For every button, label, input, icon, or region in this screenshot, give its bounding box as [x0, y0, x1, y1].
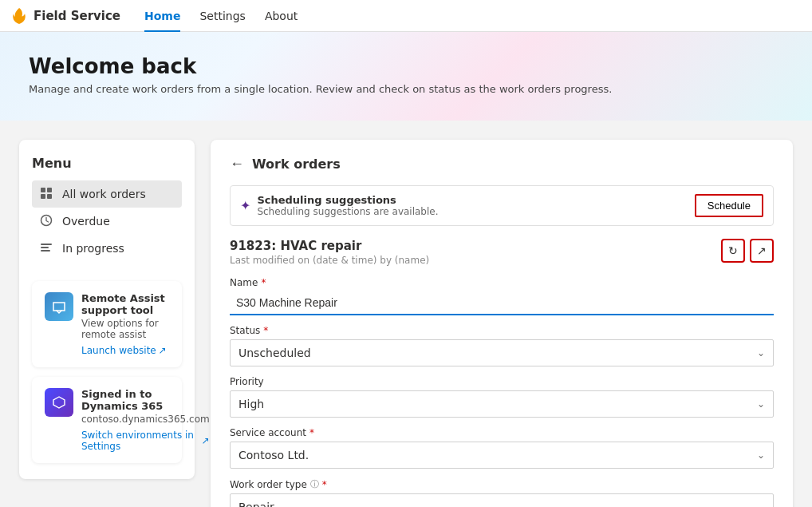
service-account-select[interactable]: Contoso Ltd. ⌄ — [230, 442, 774, 469]
nav-about[interactable]: About — [257, 0, 305, 32]
sidebar-item-overdue[interactable]: Overdue — [32, 208, 182, 235]
work-order-type-value: Repair — [238, 501, 274, 507]
name-label: Name * — [230, 277, 774, 288]
svg-rect-3 — [47, 194, 52, 199]
work-order-actions: ↻ ↗ — [721, 239, 774, 263]
work-order-type-label: Work order type ⓘ * — [230, 478, 774, 490]
remote-assist-title: Remote Assist support tool — [81, 292, 169, 316]
work-order-header: 91823: HVAC repair Last modified on (dat… — [230, 239, 774, 266]
status-label: Status * — [230, 325, 774, 336]
sidebar-item-in-progress-label: In progress — [62, 242, 124, 255]
scheduling-suggestions-bar: ✦ Scheduling suggestions Scheduling sugg… — [230, 185, 774, 226]
hero-banner: Welcome back Manage and create work orde… — [0, 32, 812, 121]
app-name: Field Service — [34, 9, 120, 23]
status-required-star: * — [263, 325, 268, 336]
nav-settings[interactable]: Settings — [191, 0, 253, 32]
work-order-info: 91823: HVAC repair Last modified on (dat… — [230, 239, 429, 266]
service-account-field: Service account * Contoso Ltd. ⌄ — [230, 427, 774, 469]
service-account-required-star: * — [309, 427, 314, 438]
external-open-button[interactable]: ↗ — [750, 239, 774, 263]
priority-label: Priority — [230, 376, 774, 387]
hero-subtitle: Manage and create work orders from a sin… — [29, 83, 783, 95]
sidebar-item-all-work-orders-label: All work orders — [62, 188, 146, 200]
dynamics-content: Signed in to Dynamics 365 contoso.dynami… — [81, 388, 210, 452]
app-logo: Field Service — [10, 6, 120, 26]
open-external-icon: ↗ — [757, 244, 767, 257]
work-order-type-required-star: * — [322, 479, 327, 490]
remote-assist-card: Remote Assist support tool View options … — [32, 281, 182, 367]
nav-links: Home Settings About — [136, 0, 305, 32]
clock-icon — [40, 214, 54, 228]
priority-chevron-icon: ⌄ — [757, 398, 765, 410]
list-icon — [40, 241, 54, 255]
dynamics-link[interactable]: Switch environments in Settings ↗ — [81, 430, 210, 452]
work-order-type-chevron-icon: ⌄ — [757, 501, 765, 507]
topnav: Field Service Home Settings About — [0, 0, 812, 32]
sidebar-item-in-progress[interactable]: In progress — [32, 235, 182, 262]
priority-field: Priority High ⌄ — [230, 376, 774, 418]
remote-assist-header: Remote Assist support tool View options … — [45, 292, 169, 356]
work-order-type-select[interactable]: Repair ⌄ — [230, 493, 774, 507]
external-link-icon: ↗ — [159, 345, 167, 356]
svg-rect-1 — [47, 188, 52, 192]
sidebar-item-overdue-label: Overdue — [62, 215, 110, 228]
back-button[interactable]: ← — [230, 156, 244, 172]
menu-panel: Menu All work orders Overdue — [19, 140, 195, 479]
priority-select[interactable]: High ⌄ — [230, 390, 774, 418]
name-required-star: * — [261, 277, 266, 288]
scheduling-subtitle: Scheduling suggestions are available. — [257, 206, 438, 217]
refresh-button[interactable]: ↻ — [721, 239, 745, 263]
service-account-chevron-icon: ⌄ — [757, 450, 765, 461]
scheduling-left: ✦ Scheduling suggestions Scheduling sugg… — [240, 194, 439, 217]
work-order-type-info-icon: ⓘ — [310, 478, 319, 490]
status-chevron-icon: ⌄ — [757, 347, 765, 358]
service-account-value: Contoso Ltd. — [238, 449, 309, 461]
svg-rect-0 — [41, 188, 45, 192]
scheduling-title: Scheduling suggestions — [257, 194, 438, 206]
status-value: Unscheduled — [238, 347, 311, 359]
service-account-label: Service account * — [230, 427, 774, 438]
content-area: Menu All work orders Overdue — [0, 121, 812, 507]
scheduling-icon: ✦ — [240, 198, 250, 213]
nav-home[interactable]: Home — [136, 0, 188, 32]
grid-icon — [40, 187, 54, 201]
remote-assist-content: Remote Assist support tool View options … — [81, 292, 169, 356]
svg-rect-6 — [41, 247, 49, 248]
dynamics-account: contoso.dynamics365.com — [81, 414, 210, 425]
external-link-icon-2: ↗ — [202, 435, 210, 446]
work-order-subtitle: Last modified on (date & time) by (name) — [230, 255, 429, 266]
menu-title: Menu — [32, 156, 182, 171]
schedule-button[interactable]: Schedule — [695, 194, 763, 217]
work-orders-panel: ← Work orders ✦ Scheduling suggestions S… — [211, 140, 793, 507]
name-field: Name * — [230, 277, 774, 315]
remote-assist-icon — [45, 292, 73, 321]
dynamics-title: Signed in to Dynamics 365 — [81, 388, 210, 412]
svg-rect-2 — [41, 194, 45, 199]
app-logo-icon — [10, 6, 29, 26]
svg-rect-5 — [41, 244, 52, 245]
status-field: Status * Unscheduled ⌄ — [230, 325, 774, 366]
name-input[interactable] — [230, 291, 774, 315]
work-order-title: 91823: HVAC repair — [230, 239, 429, 253]
work-panel-title: Work orders — [252, 156, 341, 172]
work-order-type-field: Work order type ⓘ * Repair ⌄ — [230, 478, 774, 507]
remote-assist-desc: View options for remote assist — [81, 318, 169, 340]
status-select[interactable]: Unscheduled ⌄ — [230, 339, 774, 366]
dynamics-card: Signed in to Dynamics 365 contoso.dynami… — [32, 377, 182, 463]
remote-assist-link[interactable]: Launch website ↗ — [81, 345, 169, 356]
dynamics-header: Signed in to Dynamics 365 contoso.dynami… — [45, 388, 169, 452]
dynamics-icon — [45, 388, 73, 417]
hero-title: Welcome back — [29, 54, 783, 78]
svg-rect-7 — [41, 250, 50, 252]
refresh-icon: ↻ — [728, 244, 738, 257]
priority-value: High — [238, 398, 264, 410]
work-panel-header: ← Work orders — [230, 156, 774, 172]
sidebar-item-all-work-orders[interactable]: All work orders — [32, 180, 182, 208]
scheduling-text: Scheduling suggestions Scheduling sugges… — [257, 194, 438, 217]
